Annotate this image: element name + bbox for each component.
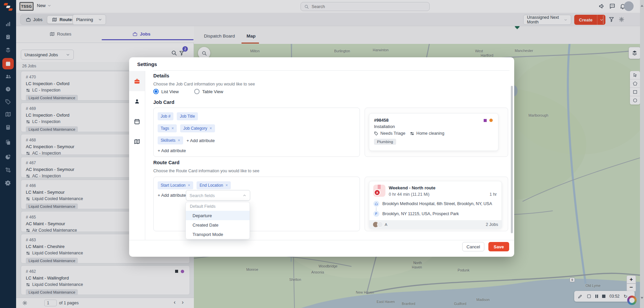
attribute-chip[interactable]: Start Location× — [158, 181, 193, 189]
chip-label: Job Title — [180, 114, 195, 119]
modal-nav-schedule[interactable] — [129, 111, 145, 131]
job-card-heading: Job Card — [153, 100, 174, 105]
route-start-address: Brooklyn Methodist Hospital, 6th Street,… — [382, 201, 492, 206]
preview-job-category: Home cleaning — [416, 131, 444, 136]
job-card-preview-area: #98458 Installation Needs Triage Home cl… — [365, 108, 508, 157]
route-card-attributes-box: Start Location× End Location× + Add attr… — [153, 177, 360, 231]
avatar — [377, 222, 383, 228]
route-preview-card: Weekend - North route 0 hr 44 min (11.21… — [369, 181, 502, 229]
status-indicator-dot — [489, 119, 493, 122]
chip-label: Job Category — [183, 126, 207, 131]
add-attribute-button[interactable]: + Add attribute — [158, 193, 186, 198]
content-divider — [153, 70, 509, 71]
person-icon — [134, 98, 140, 105]
radio-unselected-icon — [194, 89, 200, 94]
dropdown-option[interactable]: Transport Mode — [186, 230, 250, 239]
chip-remove-icon[interactable]: × — [210, 126, 212, 131]
chip-label: Job # — [161, 114, 170, 119]
map-fold-icon — [134, 138, 140, 145]
chip-remove-icon[interactable]: × — [225, 183, 228, 188]
view-radio-group: List View Table View — [153, 89, 223, 94]
dropdown-option[interactable]: Departure — [186, 211, 250, 220]
route-duration: 0 hr 44 min (11.21 Mi) — [389, 192, 429, 197]
field-search-select[interactable] — [186, 190, 250, 201]
tag-icon — [374, 131, 378, 136]
attribute-chip[interactable]: Tags× — [158, 124, 177, 132]
chip-remove-icon[interactable]: × — [171, 126, 174, 131]
route-end-address: Brooklyn, NY 11215, USA, Prospect Park — [382, 211, 459, 216]
preview-job-tag: Needs Triage — [380, 131, 405, 136]
job-preview-card: #98458 Installation Needs Triage Home cl… — [369, 113, 498, 151]
chip-label: Tags — [161, 126, 169, 131]
add-attribute-button[interactable]: + Add attribute — [158, 148, 186, 153]
details-subtitle: Choose the Job Card information you woul… — [153, 82, 255, 86]
modal-nav-user[interactable] — [129, 91, 145, 111]
radio-selected-icon — [153, 89, 159, 94]
field-search-input[interactable] — [190, 193, 236, 198]
chip-remove-icon[interactable]: × — [178, 138, 180, 143]
attribute-chip[interactable]: Job Title — [177, 112, 198, 120]
route-type-icon — [373, 185, 385, 197]
modal-nav-job-card[interactable] — [129, 71, 145, 91]
modal-nav-rail — [129, 71, 145, 240]
avatar-letter: A — [385, 223, 387, 227]
list-view-label: List View — [161, 89, 179, 94]
chip-label: End Location — [200, 183, 223, 188]
field-dropdown-menu: Default Fields Departure Created Date Tr… — [185, 202, 250, 239]
attribute-chip[interactable]: Job # — [158, 112, 173, 120]
flag-icon — [373, 211, 379, 217]
category-grid-icon — [410, 131, 414, 136]
table-view-label: Table View — [202, 89, 223, 94]
status-indicator-square — [484, 119, 487, 122]
dropdown-group-label: Default Fields — [186, 202, 250, 211]
attribute-chip[interactable]: Skillsets× — [158, 136, 183, 144]
attribute-chip[interactable]: End Location× — [197, 181, 231, 189]
route-title: Weekend - North route — [389, 185, 435, 190]
route-card-preview-area: Weekend - North route 0 hr 44 min (11.21… — [365, 177, 508, 231]
modal-scrollbar[interactable] — [511, 86, 513, 233]
chip-label: Skillsets — [161, 138, 175, 143]
preview-job-number: #98458 — [374, 118, 388, 123]
home-icon — [373, 201, 379, 207]
list-view-radio[interactable]: List View — [153, 89, 179, 94]
caret-up-icon — [243, 193, 247, 197]
job-card-attributes-box: Job # Job Title Tags× Job Category× Skil… — [153, 108, 360, 157]
route-card-footer: A 2 Jobs — [369, 220, 502, 229]
attribute-chip[interactable]: Job Category× — [180, 124, 215, 132]
route-jobs-count: 2 Jobs — [486, 222, 498, 227]
route-card-subtitle: Choose the Route Card information you wo… — [153, 169, 259, 173]
route-card-heading: Route Card — [153, 160, 179, 165]
modal-title: Settings — [137, 61, 157, 67]
cancel-button[interactable]: Cancel — [462, 242, 484, 251]
details-heading: Details — [153, 73, 169, 78]
table-view-radio[interactable]: Table View — [194, 89, 223, 94]
preview-job-chip: Plumbing — [374, 139, 396, 145]
footer-divider — [129, 240, 514, 240]
calendar-icon — [134, 118, 140, 125]
add-attribute-button[interactable]: + Add attribute — [186, 138, 215, 143]
preview-job-meta: Needs Triage Home cleaning — [374, 131, 444, 136]
route-eta: 1 hr — [489, 192, 497, 197]
dropdown-option[interactable]: Created Date — [186, 220, 250, 230]
modal-nav-map[interactable] — [129, 131, 145, 151]
navigation-arrow-icon — [375, 191, 379, 194]
briefcase-icon — [134, 78, 140, 84]
chip-remove-icon[interactable]: × — [188, 183, 190, 188]
settings-modal: Settings Details Choose the Job Card inf… — [129, 57, 514, 257]
save-button[interactable]: Save — [488, 242, 509, 251]
preview-job-title: Installation — [374, 124, 395, 129]
chip-label: Start Location — [161, 183, 185, 188]
